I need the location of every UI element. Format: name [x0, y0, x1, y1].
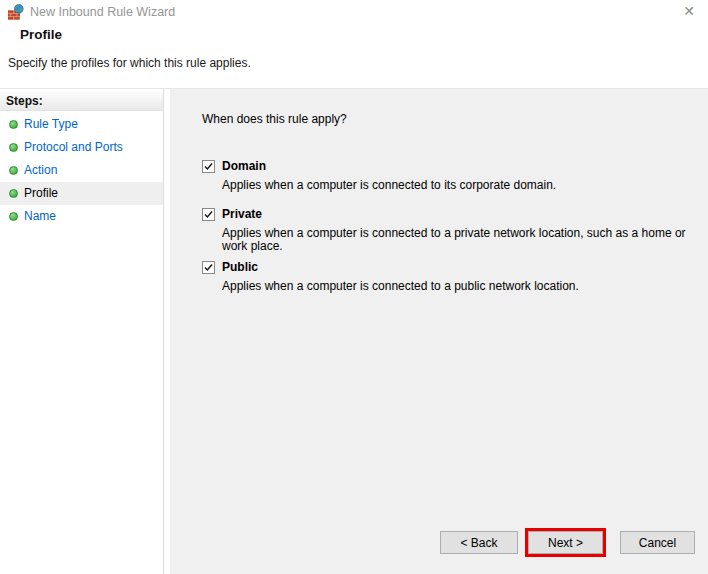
step-label: Rule Type — [24, 117, 78, 131]
private-description: Applies when a computer is connected to … — [222, 227, 700, 253]
domain-checkbox[interactable] — [202, 160, 215, 173]
window-title: New Inbound Rule Wizard — [30, 5, 175, 19]
firewall-icon — [8, 4, 24, 20]
close-icon[interactable]: ✕ — [680, 2, 698, 20]
sidebar-item-name[interactable]: Name — [0, 205, 163, 228]
step-bullet-icon — [9, 189, 18, 198]
question-text: When does this rule apply? — [202, 112, 347, 126]
profile-group-private: Private Applies when a computer is conne… — [202, 207, 700, 253]
main-panel: When does this rule apply? Domain Applie… — [170, 89, 708, 574]
private-checkbox[interactable] — [202, 208, 215, 221]
title-bar: New Inbound Rule Wizard ✕ — [0, 0, 708, 26]
public-checkbox[interactable] — [202, 261, 215, 274]
page-title: Profile — [20, 27, 62, 42]
wizard-dialog: New Inbound Rule Wizard ✕ Profile Specif… — [0, 0, 708, 574]
step-bullet-icon — [9, 143, 18, 152]
step-label: Name — [24, 209, 56, 223]
back-button[interactable]: < Back — [440, 531, 518, 554]
public-description: Applies when a computer is connected to … — [222, 280, 579, 293]
step-label: Action — [24, 163, 57, 177]
step-bullet-icon — [9, 120, 18, 129]
sidebar-item-rule-type[interactable]: Rule Type — [0, 113, 163, 136]
step-bullet-icon — [9, 212, 18, 221]
steps-list: Rule Type Protocol and Ports Action Prof… — [0, 113, 163, 228]
sidebar-item-profile[interactable]: Profile — [0, 182, 163, 205]
step-label: Profile — [24, 186, 58, 200]
next-button[interactable]: Next > — [528, 531, 603, 554]
page-subtitle: Specify the profiles for which this rule… — [8, 56, 251, 70]
profile-group-public: Public Applies when a computer is connec… — [202, 260, 579, 293]
profile-group-domain: Domain Applies when a computer is connec… — [202, 159, 556, 192]
domain-label: Domain — [222, 159, 266, 173]
step-bullet-icon — [9, 166, 18, 175]
cancel-button[interactable]: Cancel — [620, 531, 695, 554]
steps-heading: Steps: — [0, 91, 163, 111]
domain-description: Applies when a computer is connected to … — [222, 179, 556, 192]
next-button-highlight-annotation: Next > — [525, 528, 606, 557]
step-label: Protocol and Ports — [24, 140, 123, 154]
sidebar-item-action[interactable]: Action — [0, 159, 163, 182]
private-label: Private — [222, 207, 262, 221]
public-label: Public — [222, 260, 258, 274]
sidebar-item-protocol-and-ports[interactable]: Protocol and Ports — [0, 136, 163, 159]
steps-sidebar: Steps: Rule Type Protocol and Ports Acti… — [0, 89, 164, 574]
